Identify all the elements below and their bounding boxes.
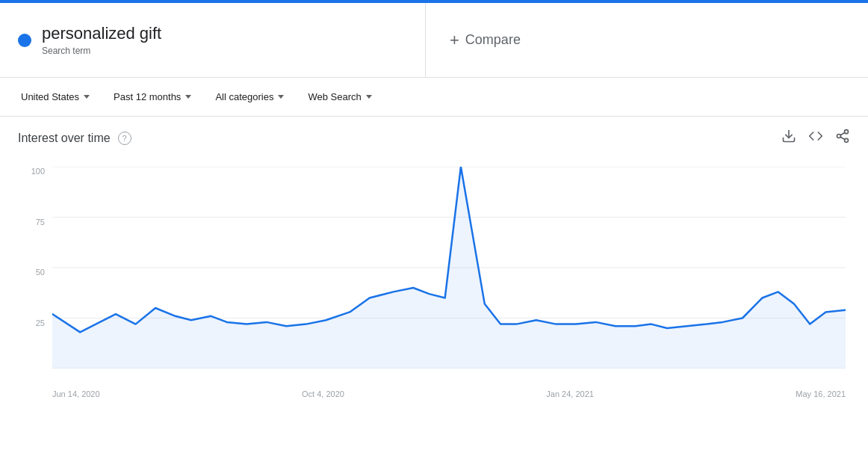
search-term-sublabel: Search term (42, 46, 90, 56)
filter-type-chevron (366, 95, 372, 99)
interest-title-text: Interest over time (18, 132, 111, 145)
x-label-1: Oct 4, 2020 (302, 389, 344, 398)
interest-header: Interest over time ? (0, 117, 868, 159)
search-term-text: personalized gift Search term (42, 24, 161, 55)
filter-category-chevron (278, 95, 284, 99)
interest-section: Interest over time ? (0, 117, 868, 406)
filter-category[interactable]: All categories (206, 87, 293, 107)
y-label-50: 50 (15, 268, 45, 277)
compare-button[interactable]: + Compare (450, 31, 521, 50)
svg-line-4 (840, 137, 845, 139)
interest-actions (781, 129, 850, 147)
interest-title: Interest over time ? (18, 132, 131, 145)
y-label-75: 75 (15, 218, 45, 227)
compare-label: Compare (465, 32, 521, 48)
share-icon[interactable] (835, 129, 850, 147)
chart-wrapper: 25 50 75 100 Jun 14, 2020 Oct 4, 2020 Ja… (0, 159, 868, 406)
x-label-0: Jun 14, 2020 (52, 389, 100, 398)
svg-line-5 (840, 132, 845, 135)
chart-svg (52, 167, 846, 369)
search-term-left: personalized gift Search term (0, 3, 426, 77)
download-icon[interactable] (781, 129, 796, 147)
search-term-label: personalized gift (42, 24, 161, 43)
compare-right: + Compare (426, 3, 868, 77)
question-mark: ? (123, 134, 127, 143)
filter-type[interactable]: Web Search (299, 87, 380, 107)
help-icon[interactable]: ? (118, 132, 131, 145)
filter-region-chevron (84, 95, 90, 99)
filters-row: United States Past 12 months All categor… (0, 78, 868, 117)
x-label-2: Jan 24, 2021 (546, 389, 594, 398)
filter-type-label: Web Search (308, 91, 361, 102)
plus-icon: + (450, 31, 459, 50)
x-labels: Jun 14, 2020 Oct 4, 2020 Jan 24, 2021 Ma… (52, 389, 846, 398)
filter-period-chevron (185, 95, 191, 99)
filter-period-label: Past 12 months (114, 91, 181, 102)
search-term-row: personalized gift Search term + Compare (0, 3, 868, 78)
y-labels: 25 50 75 100 (15, 167, 45, 369)
filter-region[interactable]: United States (12, 87, 99, 107)
y-label-25: 25 (15, 318, 45, 327)
filter-region-label: United States (21, 91, 79, 102)
filter-category-label: All categories (215, 91, 273, 102)
filter-period[interactable]: Past 12 months (105, 87, 200, 107)
y-label-100: 100 (15, 167, 45, 176)
x-label-3: May 16, 2021 (796, 389, 846, 398)
blue-dot (18, 34, 31, 47)
embed-icon[interactable] (808, 129, 823, 147)
